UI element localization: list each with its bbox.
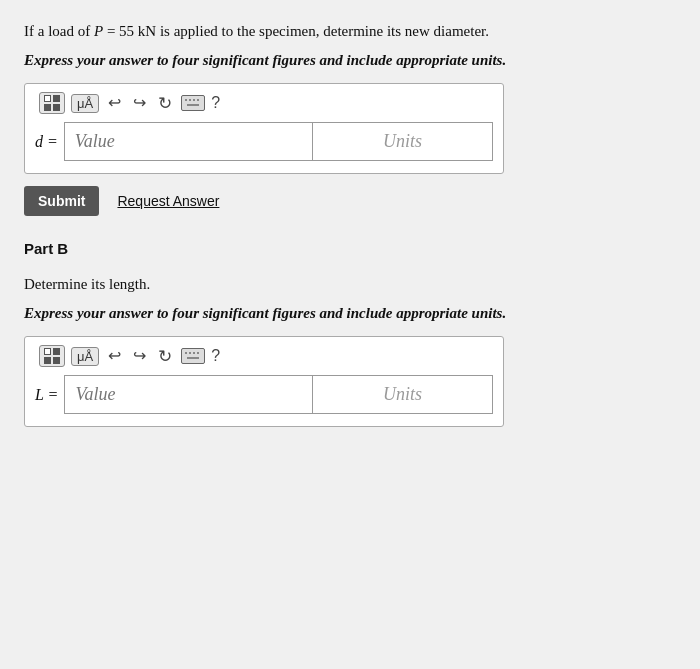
format-icon-group — [39, 92, 65, 114]
part-b-mu-a-badge[interactable]: μÅ — [71, 347, 99, 366]
help-icon[interactable]: ? — [211, 94, 220, 112]
part-b-keyboard-icon[interactable] — [181, 348, 205, 364]
part-b-input-row: L = Units — [35, 375, 493, 414]
part-a-actions: Submit Request Answer — [24, 186, 676, 216]
redo-button[interactable]: ↪ — [130, 93, 149, 113]
part-a-value-input[interactable] — [64, 122, 313, 161]
part-b-toolbar: μÅ ↩ ↪ ↻ ? — [35, 345, 493, 367]
part-a-input-row: d = Units — [35, 122, 493, 161]
part-b-section: Part B Determine its length. Express you… — [24, 240, 676, 427]
part-b-help-icon[interactable]: ? — [211, 347, 220, 365]
part-a-intro: If a load of P = 55 kN is applied to the… — [24, 20, 676, 43]
request-answer-button[interactable]: Request Answer — [117, 193, 219, 209]
part-b-value-input[interactable] — [64, 375, 313, 414]
part-a-toolbar: μÅ ↩ ↪ ↻ ? — [35, 92, 493, 114]
part-b-answer-box: μÅ ↩ ↪ ↻ ? L = Units — [24, 336, 504, 427]
part-b-intro: Determine its length. — [24, 273, 676, 296]
part-b-heading: Part B — [24, 240, 676, 257]
part-b-format-icon-group — [39, 345, 65, 367]
part-b-label: L = — [35, 375, 64, 414]
part-a-units-display[interactable]: Units — [313, 122, 493, 161]
keyboard-icon[interactable] — [181, 95, 205, 111]
refresh-button[interactable]: ↻ — [155, 93, 175, 114]
mu-a-badge[interactable]: μÅ — [71, 94, 99, 113]
part-b-units-display[interactable]: Units — [313, 375, 493, 414]
submit-button[interactable]: Submit — [24, 186, 99, 216]
part-b-redo-button[interactable]: ↪ — [130, 346, 149, 366]
part-b-instruction: Express your answer to four significant … — [24, 302, 676, 325]
part-a-instruction: Express your answer to four significant … — [24, 49, 676, 72]
small-box-icon — [44, 95, 60, 111]
part-b-undo-button[interactable]: ↩ — [105, 346, 124, 366]
undo-button[interactable]: ↩ — [105, 93, 124, 113]
part-a-label: d = — [35, 122, 64, 161]
part-b-refresh-button[interactable]: ↻ — [155, 346, 175, 367]
part-b-small-box-icon — [44, 348, 60, 364]
part-a-answer-box: μÅ ↩ ↪ ↻ ? d = Units — [24, 83, 504, 174]
